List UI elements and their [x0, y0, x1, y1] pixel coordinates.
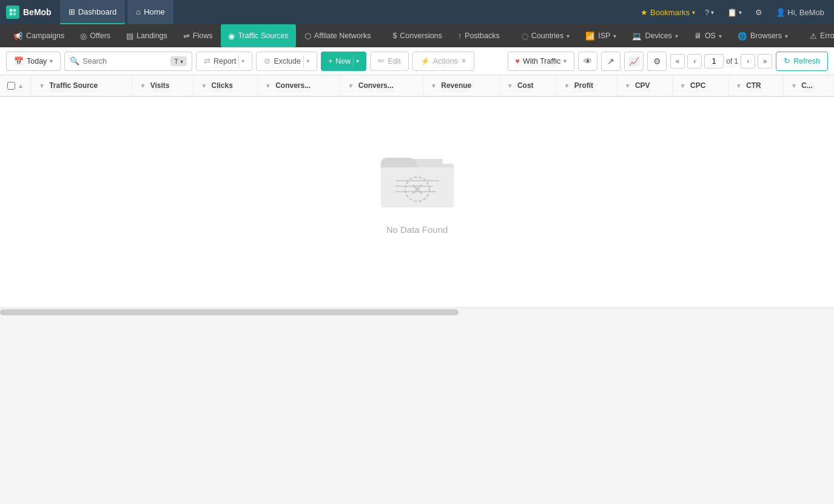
tab-home[interactable]: ⌂ Home	[127, 0, 173, 24]
isp-icon: 📶	[585, 32, 595, 41]
sidebar-item-landings[interactable]: ▤ Landings	[119, 24, 175, 47]
table-header-row: ▲ ▼ Traffic Source ▼ Visits ▼ Clicks ▼	[0, 75, 834, 96]
filter-icon-conv1: ▼	[265, 82, 271, 89]
edit-button[interactable]: ✏ Edit	[370, 52, 409, 71]
chevron-down-icon-isp: ▾	[613, 33, 616, 39]
app-logo[interactable]: BeMob	[6, 5, 52, 19]
plus-icon: +	[328, 57, 332, 66]
chevron-down-icon-browsers: ▾	[785, 33, 788, 39]
sidebar-item-traffic-sources[interactable]: ◉ Traffic Sources	[221, 24, 295, 47]
search-input[interactable]	[82, 57, 167, 66]
sidebar-item-browsers[interactable]: 🌐 Browsers ▾	[730, 24, 795, 47]
filter-icon-cr: ▼	[791, 82, 797, 89]
eye-icon: 👁	[583, 56, 592, 66]
search-type-badge[interactable]: T ▾	[170, 56, 187, 66]
chart-button[interactable]: 📈	[624, 52, 644, 71]
prev-page-button[interactable]: ‹	[687, 54, 702, 69]
table-header-checkbox[interactable]: ▲	[0, 75, 31, 96]
exclude-icon: ⊘	[264, 56, 271, 66]
user-icon: 👤	[776, 8, 785, 17]
logo-text: BeMob	[23, 7, 52, 17]
eye-button[interactable]: 👁	[578, 52, 597, 71]
filter-icon-cpv: ▼	[625, 82, 631, 89]
sidebar-item-postbacks[interactable]: ↑ Postbacks	[451, 24, 507, 47]
svg-rect-5	[381, 167, 454, 207]
horizontal-scrollbar[interactable]	[0, 307, 834, 316]
top-nav-right: ★ Bookmarks ▾ ? ▾ 📋 ▾ ⚙ 👤 Hi, BeMob	[641, 5, 828, 19]
chevron-down-icon-exclude: ▾	[306, 58, 309, 64]
table-header-revenue[interactable]: ▼ Revenue	[423, 75, 500, 96]
sidebar-item-errors[interactable]: ⚠ Errors	[802, 24, 834, 47]
report-icon: ⇄	[204, 56, 210, 66]
secondary-navigation: 📢 Campaigns ◎ Offers ▤ Landings ⇌ Flows …	[0, 24, 834, 47]
sidebar-item-os[interactable]: 🖥 OS ▾	[687, 24, 729, 47]
user-menu-button[interactable]: 👤 Hi, BeMob	[772, 5, 828, 19]
sidebar-item-isp[interactable]: 📶 ISP ▾	[578, 24, 624, 47]
traffic-sources-icon: ◉	[228, 32, 235, 41]
report-button[interactable]: ⇄ Report ▾	[196, 52, 253, 71]
help-button[interactable]: ? ▾	[701, 5, 718, 19]
exclude-button[interactable]: ⊘ Exclude ▾	[256, 52, 317, 71]
new-button[interactable]: + New ▾	[321, 52, 366, 71]
sidebar-item-conversions[interactable]: $ Conversions	[385, 24, 449, 47]
table-header-traffic-source[interactable]: ▼ Traffic Source	[31, 75, 132, 96]
notifications-icon: 📋	[727, 8, 737, 17]
star-icon: ★	[641, 8, 648, 17]
sort-icon-source: ▲	[18, 82, 24, 89]
table-header-visits[interactable]: ▼ Visits	[132, 75, 193, 96]
table-header-ctr[interactable]: ▼ CTR	[728, 75, 783, 96]
landings-icon: ▤	[126, 32, 133, 41]
split-divider-2	[303, 55, 304, 67]
browsers-icon: 🌐	[738, 32, 747, 41]
next-page-button[interactable]: ›	[741, 54, 755, 69]
settings-button[interactable]: ⚙	[752, 5, 766, 19]
sidebar-item-affiliate-networks[interactable]: ⬡ Affilate Networks	[297, 24, 378, 47]
select-all-checkbox[interactable]	[7, 82, 15, 90]
search-icon: 🔍	[70, 56, 79, 66]
data-table: ▲ ▼ Traffic Source ▼ Visits ▼ Clicks ▼	[0, 75, 834, 97]
home-icon: ⌂	[136, 7, 141, 16]
gear-icon: ⚙	[755, 8, 762, 17]
page-number-input[interactable]	[704, 54, 724, 69]
tab-dashboard[interactable]: ⊞ Dashboard	[60, 0, 126, 24]
notifications-button[interactable]: 📋 ▾	[724, 5, 745, 19]
sidebar-item-flows[interactable]: ⇌ Flows	[176, 24, 220, 47]
sidebar-item-devices[interactable]: 💻 Devices ▾	[625, 24, 685, 47]
chevron-down-icon-devices: ▾	[675, 33, 678, 39]
chevron-down-icon: ▾	[692, 9, 695, 16]
chevron-down-icon-countries: ▾	[567, 33, 570, 39]
table-header-cr[interactable]: ▼ C...	[783, 75, 833, 96]
split-divider-3	[353, 55, 354, 67]
sidebar-item-campaigns[interactable]: 📢 Campaigns	[6, 24, 72, 47]
last-page-button[interactable]: »	[758, 54, 772, 69]
actions-button[interactable]: ⚡ Actions ✕	[412, 52, 474, 71]
column-settings-button[interactable]: ⚙	[647, 52, 667, 71]
refresh-button[interactable]: ↻ Refresh	[776, 52, 828, 71]
toolbar-right: ♥ With Traffic ▾ 👁 ↗ 📈 ⚙ « ‹ of 1 › »	[508, 52, 829, 71]
table-header-conversions1[interactable]: ▼ Convers...	[257, 75, 340, 96]
table-wrapper: ▲ ▼ Traffic Source ▼ Visits ▼ Clicks ▼	[0, 75, 834, 307]
share-button[interactable]: ↗	[601, 52, 620, 71]
with-traffic-button[interactable]: ♥ With Traffic ▾	[508, 52, 575, 71]
errors-icon: ⚠	[810, 32, 817, 41]
date-picker-button[interactable]: 📅 Today ▾	[6, 52, 61, 71]
table-header-cpc[interactable]: ▼ CPC	[672, 75, 728, 96]
filter-icon-cpc: ▼	[680, 82, 686, 89]
calendar-icon: 📅	[14, 56, 24, 66]
table-header-profit[interactable]: ▼ Profit	[556, 75, 617, 96]
scroll-thumb[interactable]	[0, 309, 459, 315]
bookmarks-button[interactable]: ★ Bookmarks ▾	[641, 8, 695, 17]
toolbar: 📅 Today ▾ 🔍 T ▾ ⇄ Report ▾ ⊘ Exclude ▾ +…	[0, 47, 834, 75]
edit-icon: ✏	[378, 56, 385, 66]
table-header-cost[interactable]: ▼ Cost	[499, 75, 556, 96]
sidebar-item-offers[interactable]: ◎ Offers	[73, 24, 118, 47]
first-page-button[interactable]: «	[670, 54, 685, 69]
table-header-conversions2[interactable]: ▼ Convers...	[340, 75, 423, 96]
table-header-clicks[interactable]: ▼ Clicks	[193, 75, 258, 96]
search-container: 🔍 T ▾	[64, 52, 192, 71]
table-header-cpv[interactable]: ▼ CPV	[617, 75, 672, 96]
share-icon: ↗	[607, 56, 614, 66]
sidebar-item-countries[interactable]: ◌ Countries ▾	[514, 24, 577, 47]
actions-icon: ⚡	[420, 56, 430, 66]
pagination: « ‹ of 1 › »	[670, 54, 772, 69]
